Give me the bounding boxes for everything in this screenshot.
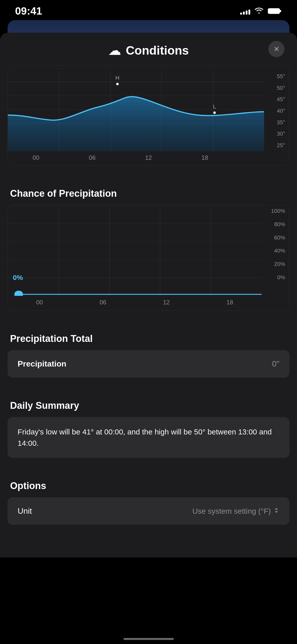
- low-marker: L: [213, 103, 216, 114]
- precip-total-card: Precipitation 0": [8, 350, 289, 378]
- modal-title-group: ☁ Conditions: [108, 43, 189, 58]
- temp-y-label-35: 35°: [264, 119, 285, 126]
- temp-curve-svg: [8, 71, 264, 151]
- status-icons: [240, 7, 282, 16]
- temp-y-axis: 55° 50° 45° 40° 35° 30° 25°: [264, 71, 289, 151]
- precip-y-60: 60%: [262, 234, 285, 241]
- svg-rect-0: [268, 9, 280, 14]
- precip-y-20: 20%: [262, 261, 285, 267]
- precip-total-row: Precipitation 0": [8, 350, 289, 378]
- daily-summary-text: Friday's low will be 41° at 00:00, and t…: [18, 426, 279, 449]
- options-row[interactable]: Unit Use system setting (°F): [8, 497, 289, 525]
- precip-x-18: 18: [198, 299, 262, 306]
- options-card: Unit Use system setting (°F): [8, 497, 289, 525]
- precip-x-06: 06: [71, 299, 135, 306]
- options-value-group: Use system setting (°F): [192, 507, 279, 515]
- svg-point-13: [14, 291, 23, 296]
- temp-y-label-30: 30°: [264, 131, 285, 137]
- home-indicator: [123, 638, 174, 640]
- temp-x-end: [233, 154, 289, 161]
- precip-label: Precipitation: [18, 359, 66, 369]
- temp-x-axis: 00 06 12 18: [8, 151, 289, 165]
- precip-value: 0": [272, 359, 279, 369]
- chevron-updown-icon: [273, 507, 279, 515]
- precip-svg: [8, 205, 262, 296]
- modal-header: ☁ Conditions ✕: [0, 33, 297, 65]
- temp-x-18: 18: [177, 154, 233, 161]
- temp-y-label-50: 50°: [264, 85, 285, 91]
- options-value-text: Use system setting (°F): [192, 507, 271, 515]
- temp-y-label-40: 40°: [264, 108, 285, 114]
- status-time: 09:41: [15, 5, 42, 17]
- close-button[interactable]: ✕: [268, 41, 284, 57]
- close-icon: ✕: [274, 45, 279, 53]
- temp-chart-area: H L: [8, 71, 264, 151]
- temp-x-06: 06: [64, 154, 120, 161]
- battery-icon: [268, 8, 282, 15]
- svg-rect-1: [280, 10, 281, 12]
- temp-y-label-25: 25°: [264, 142, 285, 149]
- precip-chart-area: 0%: [8, 205, 262, 296]
- cloud-icon: ☁: [108, 43, 121, 58]
- high-marker: H: [115, 75, 119, 86]
- precip-x-00: 00: [8, 299, 71, 306]
- modal-sheet: ☁ Conditions ✕ H L: [0, 33, 297, 557]
- daily-summary-title: Daily Summary: [0, 390, 297, 417]
- daily-summary-card: Friday's low will be 41° at 00:00, and t…: [8, 417, 289, 458]
- options-title: Options: [0, 470, 297, 497]
- temperature-chart: H L: [8, 65, 289, 166]
- precip-y-axis: 100% 80% 60% 40% 20% 0%: [262, 205, 289, 296]
- precip-total-title: Precipitation Total: [0, 323, 297, 350]
- precip-y-100: 100%: [262, 208, 285, 214]
- precip-x-axis: 00 06 12 18: [8, 296, 289, 310]
- temp-y-label-55: 55°: [264, 73, 285, 80]
- background-peek: [8, 20, 289, 33]
- temp-x-00: 00: [8, 154, 64, 161]
- modal-title: Conditions: [126, 44, 189, 57]
- status-bar: 09:41: [0, 0, 297, 20]
- signal-icon: [240, 8, 250, 15]
- precip-current-value: 0%: [13, 274, 23, 282]
- wifi-icon: [254, 7, 264, 16]
- precip-section-title: Chance of Precipitation: [0, 178, 297, 205]
- precip-y-40: 40%: [262, 248, 285, 254]
- precip-x-12: 12: [135, 299, 198, 306]
- precip-chart: 0% 100% 80% 60% 40% 20% 0% 00 06 12 18: [8, 205, 289, 311]
- temp-x-12: 12: [120, 154, 177, 161]
- options-label: Unit: [18, 506, 32, 516]
- precip-y-0: 0%: [262, 274, 285, 281]
- temp-y-label-45: 45°: [264, 96, 285, 103]
- precip-y-80: 80%: [262, 221, 285, 228]
